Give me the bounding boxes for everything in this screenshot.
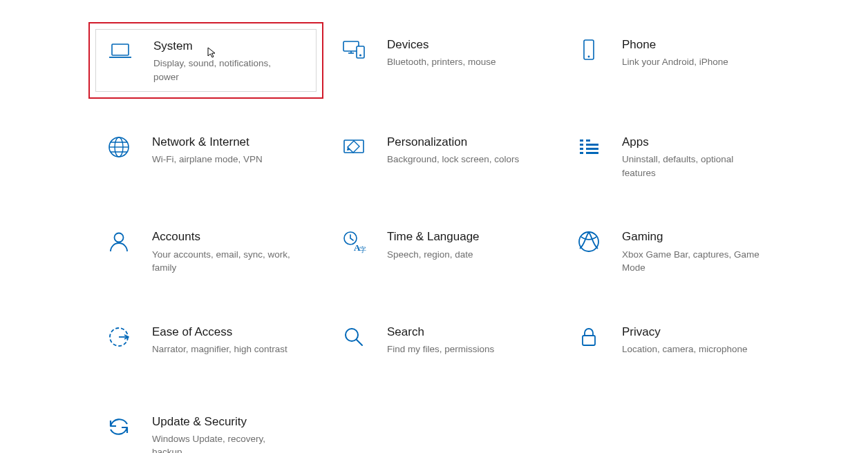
tile-title: Phone [622,37,782,52]
tile-title: Search [387,325,547,340]
tile-text: Time & LanguageSpeech, region, date [387,228,547,261]
tile-text: GamingXbox Game Bar, captures, Game Mode [622,228,782,274]
gaming-icon [575,228,603,256]
settings-tile-time-language[interactable]: Time & LanguageSpeech, region, date [323,214,558,288]
tile-title: Privacy [622,325,782,340]
tile-description: Xbox Game Bar, captures, Game Mode [622,248,767,275]
tile-text: Update & SecurityWindows Update, recover… [152,413,312,453]
tile-title: Apps [622,135,782,150]
tile-text: PersonalizationBackground, lock screen, … [387,133,547,166]
tile-text: Network & InternetWi-Fi, airplane mode, … [152,133,312,166]
privacy-icon [575,323,603,351]
phone-icon [575,36,603,64]
tile-title: Personalization [387,135,547,150]
tile-title: Accounts [152,229,312,244]
tile-title: Time & Language [387,229,547,244]
tile-description: Speech, region, date [387,248,532,262]
tile-description: Link your Android, iPhone [622,55,767,69]
settings-tile-gaming[interactable]: GamingXbox Game Bar, captures, Game Mode [558,214,793,288]
tile-description: Wi-Fi, airplane mode, VPN [152,153,297,166]
apps-icon [575,133,603,161]
tile-description: Windows Update, recovery, backup [152,432,297,453]
search-icon [340,323,368,351]
tile-description: Uninstall, defaults, optional features [622,153,767,180]
settings-tile-network[interactable]: Network & InternetWi-Fi, airplane mode, … [88,119,323,193]
tile-text: PhoneLink your Android, iPhone [622,36,782,69]
tile-text: PrivacyLocation, camera, microphone [622,323,782,356]
tile-title: System [153,39,311,54]
tile-text: DevicesBluetooth, printers, mouse [387,36,547,69]
globe-icon [105,133,133,161]
tile-title: Devices [387,37,547,52]
tile-text: SystemDisplay, sound, notifications, pow… [153,37,311,84]
settings-tile-phone[interactable]: PhoneLink your Android, iPhone [558,22,793,99]
settings-tile-accounts[interactable]: AccountsYour accounts, email, sync, work… [88,214,323,288]
tile-description: Find my files, permissions [387,343,532,356]
tile-description: Bluetooth, printers, mouse [387,55,532,69]
tile-title: Update & Security [152,414,312,430]
settings-tile-search[interactable]: SearchFind my files, permissions [323,309,558,378]
settings-tile-privacy[interactable]: PrivacyLocation, camera, microphone [558,309,793,378]
tile-description: Background, lock screen, colors [387,153,532,166]
laptop-icon [106,37,134,65]
tile-title: Gaming [622,229,782,244]
personalization-icon [340,133,368,161]
settings-tile-personalization[interactable]: PersonalizationBackground, lock screen, … [323,119,558,193]
tile-text: Ease of AccessNarrator, magnifier, high … [152,323,312,356]
settings-tile-devices[interactable]: DevicesBluetooth, printers, mouse [323,22,558,99]
tile-title: Ease of Access [152,325,312,340]
tile-text: AppsUninstall, defaults, optional featur… [622,133,782,180]
tile-description: Your accounts, email, sync, work, family [152,248,297,275]
tile-description: Display, sound, notifications, power [153,57,299,84]
settings-tile-apps[interactable]: AppsUninstall, defaults, optional featur… [558,119,793,193]
devices-icon [340,36,368,64]
ease-of-access-icon [105,323,133,351]
settings-tile-ease-of-access[interactable]: Ease of AccessNarrator, magnifier, high … [88,309,323,378]
settings-tile-update-security[interactable]: Update & SecurityWindows Update, recover… [88,399,323,453]
settings-tile-system[interactable]: SystemDisplay, sound, notifications, pow… [88,22,323,99]
settings-categories-grid: SystemDisplay, sound, notifications, pow… [0,0,868,453]
tile-description: Narrator, magnifier, high contrast [152,343,297,356]
update-icon [105,413,133,441]
tile-text: AccountsYour accounts, email, sync, work… [152,228,312,274]
tile-text: SearchFind my files, permissions [387,323,547,356]
accounts-icon [105,228,133,256]
tile-title: Network & Internet [152,135,312,150]
time-language-icon [340,228,368,256]
tile-description: Location, camera, microphone [622,343,767,356]
